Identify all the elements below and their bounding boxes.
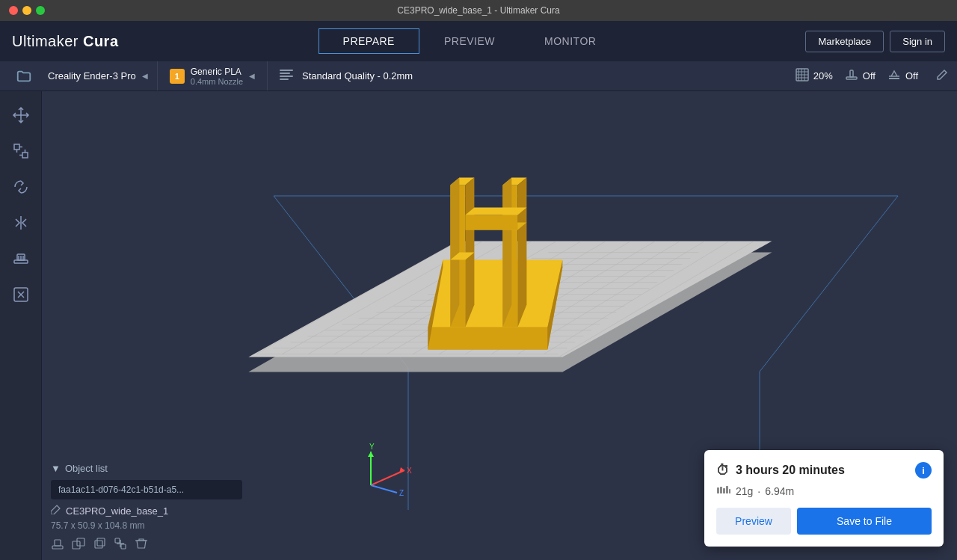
material-length: 6.94m bbox=[765, 485, 794, 497]
svg-marker-87 bbox=[399, 467, 404, 473]
quality-text: Standard Quality - 0.2mm bbox=[302, 70, 413, 81]
multiply-object-icon[interactable] bbox=[72, 537, 85, 553]
scale-tool[interactable] bbox=[6, 136, 36, 166]
svg-marker-89 bbox=[368, 452, 374, 457]
object-list-panel: ▼ Object list faa1ac11-d076-42c1-b51d-a5… bbox=[42, 455, 251, 560]
print-time-row: ⏱ 3 hours 20 minutes i bbox=[716, 462, 932, 479]
print-material: 21g · 6.94m bbox=[716, 484, 932, 497]
material-selector[interactable]: 1 Generic PLA 0.4mm Nozzle ◀ bbox=[158, 61, 268, 90]
brand-name-bold: Cura bbox=[83, 33, 119, 50]
svg-rect-107 bbox=[729, 489, 730, 493]
save-to-file-button[interactable]: Save to File bbox=[797, 508, 932, 535]
svg-rect-98 bbox=[95, 541, 102, 548]
svg-text:Y: Y bbox=[369, 443, 375, 451]
support-setting[interactable]: Off bbox=[845, 68, 876, 84]
object-item-id[interactable]: faa1ac11-d076-42c1-b51d-a5... bbox=[51, 480, 242, 499]
nav-actions: Marketplace Sign in bbox=[805, 31, 945, 52]
quality-icon bbox=[280, 70, 293, 83]
per-model-settings-tool[interactable] bbox=[6, 244, 36, 274]
delete-object-icon[interactable] bbox=[135, 537, 148, 553]
svg-marker-77 bbox=[450, 177, 459, 327]
svg-rect-96 bbox=[73, 541, 80, 549]
infill-icon bbox=[796, 68, 809, 84]
svg-rect-101 bbox=[121, 544, 126, 549]
svg-rect-3 bbox=[280, 79, 289, 80]
support-icon bbox=[845, 68, 858, 84]
svg-rect-2 bbox=[280, 76, 293, 77]
adhesion-icon bbox=[887, 68, 901, 84]
move-tool[interactable] bbox=[6, 100, 36, 130]
material-separator: · bbox=[757, 485, 760, 497]
object-actions bbox=[51, 537, 242, 553]
build-plate-3d bbox=[196, 140, 779, 484]
top-nav: Ultimaker Cura PREPARE PREVIEW MONITOR M… bbox=[0, 21, 957, 61]
svg-rect-104 bbox=[720, 487, 722, 493]
open-file-button[interactable] bbox=[9, 61, 39, 91]
print-actions: Preview Save to File bbox=[716, 508, 932, 535]
marketplace-button[interactable]: Marketplace bbox=[805, 31, 884, 52]
merge-object-icon[interactable] bbox=[114, 537, 127, 553]
svg-rect-106 bbox=[726, 486, 728, 493]
print-info-icon[interactable]: i bbox=[915, 462, 932, 479]
object-list-toggle[interactable]: ▼ Object list bbox=[51, 463, 242, 474]
viewport[interactable]: X Y Z ▼ Object list faa1ac11-d076-42c1-b… bbox=[42, 91, 957, 560]
svg-rect-12 bbox=[850, 70, 853, 77]
tab-preview[interactable]: PREVIEW bbox=[419, 28, 520, 54]
tab-monitor[interactable]: MONITOR bbox=[520, 28, 621, 54]
material-badge: 1 bbox=[170, 69, 185, 84]
svg-rect-105 bbox=[723, 488, 725, 493]
adhesion-value: Off bbox=[905, 70, 918, 81]
toolbar-row: Creality Ender-3 Pro ◀ 1 Generic PLA 0.4… bbox=[0, 61, 957, 91]
object-dimensions: 75.7 x 50.9 x 104.8 mm bbox=[51, 520, 242, 531]
printer-chevron-icon: ◀ bbox=[142, 72, 148, 80]
rotate-tool[interactable] bbox=[6, 172, 36, 202]
signin-button[interactable]: Sign in bbox=[890, 31, 945, 52]
infill-setting[interactable]: 20% bbox=[796, 68, 833, 84]
print-time: ⏱ 3 hours 20 minutes bbox=[716, 463, 845, 479]
edit-settings-icon[interactable] bbox=[936, 69, 948, 83]
edit-object-icon bbox=[51, 504, 61, 517]
svg-line-90 bbox=[371, 485, 397, 493]
object-list-chevron-icon: ▼ bbox=[51, 463, 61, 474]
svg-rect-97 bbox=[77, 538, 84, 546]
mirror-tool[interactable] bbox=[6, 208, 36, 238]
print-time-value: 3 hours 20 minutes bbox=[736, 464, 845, 477]
material-amount-icon bbox=[716, 484, 731, 497]
material-weight: 21g bbox=[736, 485, 753, 497]
brand-logo: Ultimaker Cura bbox=[12, 33, 119, 50]
svg-rect-16 bbox=[22, 153, 28, 158]
preview-button[interactable]: Preview bbox=[716, 508, 791, 535]
toolbar-settings: 20% Off Off bbox=[796, 68, 948, 84]
svg-marker-71 bbox=[428, 259, 562, 327]
quality-selector[interactable]: Standard Quality - 0.2mm bbox=[268, 70, 796, 83]
axis-indicator: X Y Z bbox=[356, 440, 416, 500]
left-sidebar bbox=[0, 91, 42, 560]
copy-object-icon[interactable] bbox=[93, 537, 106, 553]
brand-name-light: Ultimaker bbox=[12, 33, 79, 50]
svg-text:Z: Z bbox=[399, 489, 404, 497]
svg-rect-15 bbox=[14, 144, 19, 150]
material-info: Generic PLA 0.4mm Nozzle bbox=[191, 67, 243, 86]
material-detail: 0.4mm Nozzle bbox=[191, 77, 243, 86]
svg-rect-99 bbox=[97, 538, 105, 546]
svg-rect-103 bbox=[717, 487, 719, 493]
traffic-lights bbox=[9, 6, 45, 15]
support-blocker-tool[interactable] bbox=[6, 280, 36, 310]
main-area: X Y Z ▼ Object list faa1ac11-d076-42c1-b… bbox=[0, 91, 957, 560]
printer-selector[interactable]: Creality Ender-3 Pro ◀ bbox=[39, 61, 158, 90]
object-list-label: Object list bbox=[65, 463, 108, 474]
object-file-row: CE3PRO_wide_base_1 bbox=[51, 504, 242, 517]
adhesion-setting[interactable]: Off bbox=[887, 68, 918, 84]
support-value: Off bbox=[863, 70, 876, 81]
close-button[interactable] bbox=[9, 6, 18, 15]
tab-prepare[interactable]: PREPARE bbox=[319, 28, 419, 54]
svg-rect-1 bbox=[280, 73, 290, 74]
maximize-button[interactable] bbox=[36, 6, 45, 15]
minimize-button[interactable] bbox=[22, 6, 31, 15]
svg-rect-0 bbox=[280, 70, 293, 71]
material-chevron-icon: ◀ bbox=[249, 72, 255, 80]
center-object-icon[interactable] bbox=[51, 537, 64, 553]
material-name: Generic PLA bbox=[191, 67, 243, 77]
svg-marker-82 bbox=[502, 177, 511, 327]
window-title: CE3PRO_wide_base_1 - Ultimaker Cura bbox=[397, 5, 559, 16]
